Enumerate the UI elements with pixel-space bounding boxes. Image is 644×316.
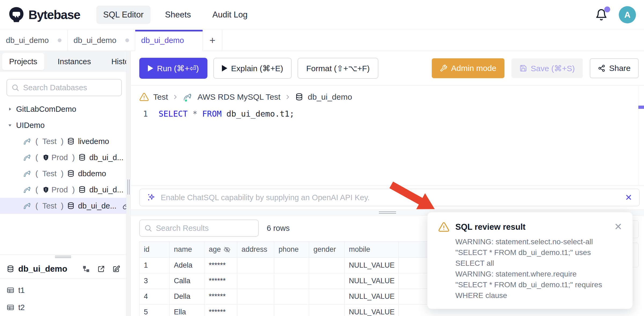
table-cell[interactable]: ******	[204, 258, 237, 273]
tab-bar-filler	[222, 30, 644, 51]
search-icon	[144, 224, 152, 232]
breadcrumb-environment[interactable]: Test	[153, 92, 168, 102]
column-header-filler	[399, 242, 428, 258]
schema-diagram-button[interactable]	[82, 265, 90, 273]
editor-tab[interactable]: db_ui_demo	[135, 30, 203, 51]
table-cell[interactable]: NULL_VALUE	[345, 273, 399, 289]
column-header-id[interactable]: id	[140, 242, 170, 258]
column-header-mobile[interactable]: mobile	[345, 242, 399, 258]
table-cell-filler	[399, 258, 428, 273]
mysql-instance-icon	[182, 92, 193, 102]
share-button[interactable]: Share	[590, 58, 639, 78]
table-cell[interactable]: 4	[140, 289, 170, 304]
table-cell[interactable]: ******	[204, 273, 237, 289]
environment-label: ( Test )	[35, 169, 64, 178]
explain-button[interactable]: Explain (⌘+E)	[213, 58, 292, 79]
column-header-address[interactable]: address	[237, 242, 274, 258]
logo-wordmark: Bytebase	[28, 8, 80, 22]
notifications-button[interactable]	[595, 8, 608, 21]
results-search[interactable]	[139, 220, 259, 237]
table-cell[interactable]: NULL_VALUE	[345, 258, 399, 273]
table-cell[interactable]: NULL_VALUE	[345, 304, 399, 316]
table-cell[interactable]	[237, 289, 274, 304]
tree-project-row[interactable]: UIDemo	[0, 117, 126, 133]
database-search[interactable]	[6, 79, 122, 96]
table-cell[interactable]	[237, 258, 274, 273]
nav-item-audit-log[interactable]: Audit Log	[206, 6, 255, 24]
search-results-input[interactable]	[156, 224, 254, 233]
column-header-gender[interactable]: gender	[309, 242, 345, 258]
share-icon	[598, 64, 605, 72]
tree-project-row[interactable]: GitLabComDemo	[0, 101, 126, 117]
sidebar-tab-projects[interactable]: Projects	[2, 53, 44, 70]
table-cell[interactable]: 1	[140, 258, 170, 273]
sidebar-resize-handle[interactable]	[0, 255, 126, 259]
breadcrumb-instance[interactable]: AWS RDS MySQL Test	[197, 92, 280, 102]
scrollbar-thumb[interactable]	[638, 106, 644, 109]
add-tab-button[interactable]: +	[203, 30, 222, 51]
table-cell[interactable]	[309, 304, 345, 316]
table-cell[interactable]: Della	[170, 289, 204, 304]
edit-schema-button[interactable]	[112, 265, 120, 273]
run-button[interactable]: Run (⌘+⏎)	[139, 58, 207, 79]
table-cell[interactable]: Calla	[170, 273, 204, 289]
sql-code-area[interactable]: 1 SELECT * FROM db_ui_demo.t1;	[131, 108, 644, 120]
table-cell[interactable]	[309, 289, 345, 304]
table-cell[interactable]: ******	[204, 304, 237, 316]
notification-badge	[604, 6, 610, 12]
table-cell[interactable]	[274, 304, 309, 316]
nav-item-sql-editor[interactable]: SQL Editor	[96, 6, 151, 24]
mysql-dolphin-icon	[23, 185, 32, 194]
table-name: t1	[18, 286, 25, 295]
table-cell[interactable]: 5	[140, 304, 170, 316]
external-link-button[interactable]	[97, 265, 105, 273]
table-cell-filler	[399, 273, 428, 289]
tree-database-row[interactable]: ( Prod ) db_ui_d...	[0, 182, 126, 198]
link-icon	[122, 202, 126, 210]
database-icon	[67, 170, 75, 178]
table-cell[interactable]	[274, 258, 309, 273]
banner-close-icon[interactable]: ✕	[625, 192, 632, 203]
popup-close-icon[interactable]: ✕	[614, 222, 622, 232]
column-header-name[interactable]: name	[170, 242, 204, 258]
editor-scrollbar[interactable]	[638, 86, 644, 185]
avatar[interactable]: A	[619, 6, 636, 23]
mysql-dolphin-icon	[23, 153, 32, 162]
nav-item-sheets[interactable]: Sheets	[158, 6, 198, 24]
table-cell[interactable]: 3	[140, 273, 170, 289]
sidebar-main-splitter[interactable]	[126, 51, 131, 316]
format-button[interactable]: Format (⇧+⌥+F)	[298, 58, 378, 79]
tree-database-row[interactable]: ( Test ) db_ui_de...	[0, 198, 126, 214]
table-cell[interactable]: NULL_VALUE	[345, 289, 399, 304]
table-cell[interactable]	[237, 304, 274, 316]
bytebase-logo[interactable]: Bytebase	[8, 6, 80, 23]
search-databases-input[interactable]	[23, 83, 117, 92]
chatsql-banner[interactable]: Enable ChatSQL capability by supplying a…	[139, 189, 640, 206]
table-cell[interactable]	[309, 258, 345, 273]
table-cell[interactable]: Ella	[170, 304, 204, 316]
table-row: 1Adela******NULL_VALUE	[140, 258, 428, 273]
table-item[interactable]: t2	[0, 299, 126, 316]
top-navigation: SQL EditorSheetsAudit Log	[96, 6, 255, 24]
table-cell[interactable]	[274, 273, 309, 289]
column-header-phone[interactable]: phone	[274, 242, 309, 258]
table-cell[interactable]	[274, 289, 309, 304]
editor-tab[interactable]: db_ui_demo	[68, 30, 135, 51]
save-button[interactable]: Save (⌘+S)	[511, 58, 583, 78]
tree-database-row[interactable]: ( Prod ) db_ui_d...	[0, 149, 126, 166]
popup-title: SQL review result	[455, 222, 525, 232]
table-cell-filler	[399, 289, 428, 304]
table-cell[interactable]	[309, 273, 345, 289]
table-item[interactable]: t1	[0, 282, 126, 299]
tree-database-row[interactable]: ( Test ) livedemo	[0, 133, 126, 149]
table-cell[interactable]	[237, 273, 274, 289]
column-header-age[interactable]: age	[204, 242, 237, 258]
admin-mode-button[interactable]: Admin mode	[432, 58, 504, 78]
breadcrumb-database[interactable]: db_ui_demo	[308, 92, 352, 102]
table-cell[interactable]: Adela	[170, 258, 204, 273]
editor-tab[interactable]: db_ui_demo	[0, 30, 68, 51]
sidebar-tab-instances[interactable]: Instances	[51, 53, 98, 70]
chatsql-banner-row: Enable ChatSQL capability by supplying a…	[131, 185, 644, 210]
tree-database-row[interactable]: ( Test ) dbdemo	[0, 166, 126, 182]
table-cell[interactable]: ******	[204, 289, 237, 304]
